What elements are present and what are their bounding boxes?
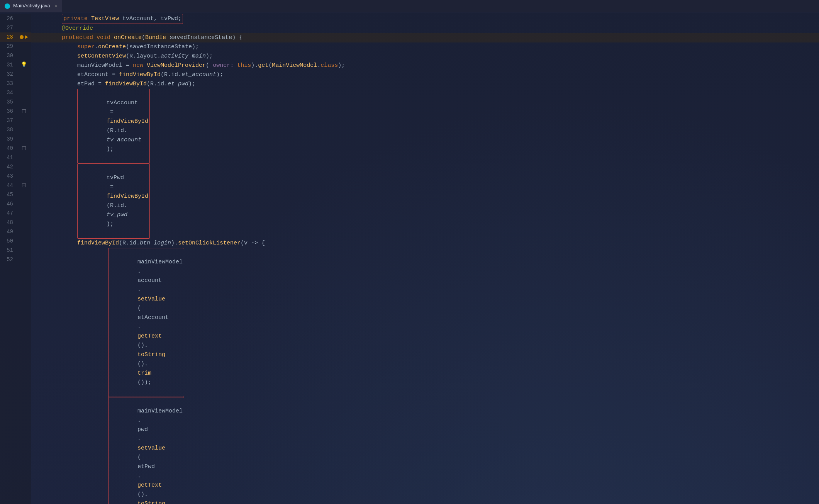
- gutter-icons-36: −: [17, 107, 31, 116]
- gutter-row-52: 52: [0, 255, 31, 264]
- line-number-39: 39: [0, 134, 17, 144]
- id-tv-pwd: tv_pwd: [107, 212, 127, 218]
- comma: ,: [154, 14, 161, 24]
- type-viewmodelprovider: ViewModelProvider: [147, 61, 206, 70]
- p5: (: [268, 61, 272, 70]
- highlight-mv-account-setvalue: mainViewModel . account . setValue ( etA…: [108, 248, 184, 397]
- line-number-37: 37: [0, 116, 17, 125]
- var-mainviewmodel: mainViewModel: [77, 61, 122, 70]
- gutter-icons-52: [17, 255, 31, 264]
- dot6: .: [137, 436, 141, 442]
- line-number-36: 36: [0, 107, 17, 116]
- gutter-row-38: 38: [0, 125, 31, 134]
- et-account-ref: etAccount: [137, 314, 169, 321]
- line-number-26: 26: [0, 14, 17, 23]
- gutter-icons-33: [17, 79, 31, 88]
- method-findviewbyid1: findViewById: [119, 70, 161, 80]
- line-number-33: 33: [0, 79, 17, 88]
- et-pwd-ref: etPwd: [137, 463, 155, 470]
- param-sis2: savedInstanceState: [129, 42, 192, 52]
- gutter-icons-49: [17, 227, 31, 236]
- code-line-35: tvPwd = findViewById (R.id. tv_pwd );: [31, 164, 819, 239]
- tab-filename: MainActivity.java: [13, 2, 50, 10]
- p22: ());: [137, 379, 151, 386]
- dot4: .: [137, 324, 141, 330]
- type-bundle: Bundle: [145, 33, 166, 42]
- method-oncreate2: onCreate: [98, 42, 126, 52]
- method-findviewbyid4: findViewById: [107, 193, 148, 200]
- p11: );: [188, 80, 195, 89]
- gutter-icons-39: [17, 134, 31, 144]
- p17: ).: [171, 239, 178, 248]
- gutter-row-40: 40 −: [0, 144, 31, 153]
- space: [88, 14, 91, 24]
- gutter-row-27: 27: [0, 23, 31, 32]
- p24: ().: [137, 491, 148, 498]
- gutter-row-44: 44 −: [0, 181, 31, 190]
- p7: );: [338, 61, 345, 70]
- code-area[interactable]: private TextView tvAccount , tvPwd ; @Ov…: [31, 14, 819, 504]
- breakpoint-icon[interactable]: [20, 35, 24, 39]
- eq4: =: [107, 109, 117, 115]
- gutter-row-43: 43: [0, 171, 31, 181]
- gutter-row-26: 26: [0, 14, 31, 23]
- code-line-33: etPwd = findViewById (R.id. et_pwd );: [31, 80, 819, 89]
- line-gutter: 26 27 28 29 30 31 💡: [0, 14, 31, 504]
- gutter-icons-51: [17, 246, 31, 255]
- line-number-49: 49: [0, 227, 17, 236]
- line-number-51: 51: [0, 246, 17, 255]
- fold-icon-36[interactable]: −: [22, 109, 26, 113]
- gutter-row-33: 33: [0, 79, 31, 88]
- gutter-row-48: 48: [0, 218, 31, 227]
- line-number-38: 38: [0, 125, 17, 134]
- keyword-class: class: [320, 61, 338, 70]
- gutter-icons-50: [17, 236, 31, 246]
- method-get: get: [258, 61, 268, 70]
- line-number-29: 29: [0, 42, 17, 51]
- line-number-47: 47: [0, 209, 17, 218]
- account-field: account: [137, 277, 162, 284]
- code-line-30: setContentView (R.layout. activity_main …: [31, 52, 819, 61]
- code-line-27: @Override: [31, 24, 819, 33]
- p8: (R.id.: [161, 70, 181, 80]
- code-line-28: protected void onCreate ( Bundle savedIn…: [31, 33, 819, 42]
- line-number-42: 42: [0, 162, 17, 171]
- fold-icon-44[interactable]: −: [22, 183, 26, 187]
- code-line-26: private TextView tvAccount , tvPwd ;: [31, 14, 819, 24]
- line-number-46: 46: [0, 199, 17, 209]
- semi: ;: [178, 14, 181, 24]
- p16: (R.id.: [119, 239, 140, 248]
- code-line-32: etAccount = findViewById (R.id. et_accou…: [31, 70, 819, 80]
- eq1: =: [122, 61, 133, 70]
- keyword-private: private: [63, 14, 88, 24]
- gutter-icons-37: [17, 116, 31, 125]
- tab-close-button[interactable]: ×: [55, 3, 57, 9]
- dot2: .: [137, 268, 141, 275]
- dot7: .: [137, 473, 141, 479]
- fold-icon-40[interactable]: −: [22, 146, 26, 150]
- code-line-34: tvAccount = findViewById (R.id. tv_accou…: [31, 89, 819, 164]
- p3: (: [206, 61, 209, 70]
- code-line-36: findViewById (R.id. btn_login ). setOnCl…: [31, 239, 819, 248]
- gutter-row-35: 35: [0, 97, 31, 107]
- s1: [93, 33, 97, 42]
- quick-fix-bulb-icon[interactable]: 💡: [21, 61, 27, 69]
- execution-arrow-icon: [25, 35, 28, 39]
- file-tab[interactable]: MainActivity.java ×: [0, 0, 62, 12]
- gutter-row-28: 28: [0, 32, 31, 42]
- gutter-icons-28: [17, 32, 31, 42]
- p13: );: [107, 146, 114, 153]
- gutter-row-32: 32: [0, 70, 31, 79]
- gutter-row-49: 49: [0, 227, 31, 236]
- gutter-icons-47: [17, 209, 31, 218]
- gutter-row-47: 47: [0, 209, 31, 218]
- line-number-43: 43: [0, 171, 17, 181]
- keyword-this: this: [237, 61, 251, 70]
- method-setvalue2: setValue: [137, 445, 165, 451]
- gutter-icons-44: −: [17, 181, 31, 190]
- line-number-52: 52: [0, 255, 17, 264]
- p12: (R.id.: [107, 127, 127, 134]
- keyword-protected: protected: [62, 33, 93, 42]
- method-findviewbyid3: findViewById: [107, 118, 148, 125]
- p23: (: [137, 454, 141, 461]
